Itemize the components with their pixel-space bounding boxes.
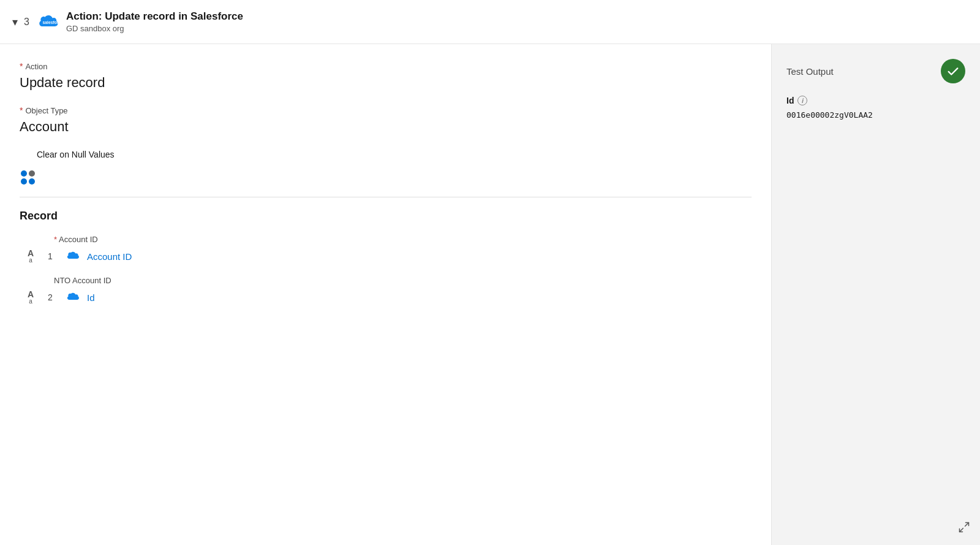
mapping-account-id-required: * <box>54 235 57 244</box>
salesforce-badge-icon-2 <box>65 292 81 303</box>
object-type-required-star: * <box>20 105 23 115</box>
action-label-text: Action <box>25 62 47 71</box>
header-title-block: Action: Update record in Salesforce GD s… <box>66 10 243 33</box>
svg-line-1 <box>965 523 969 527</box>
clear-null-label: Clear on Null Values <box>37 150 115 159</box>
toggle-dots-bottom-row <box>21 178 752 185</box>
action-required-star: * <box>20 61 23 71</box>
success-check-icon <box>941 59 965 83</box>
collapse-chevron[interactable]: ▾ <box>12 15 18 29</box>
type-icon-1-A: A <box>28 249 34 257</box>
mapping-account-id-label-text: Account ID <box>59 235 98 244</box>
output-id-field-label: Id i <box>786 96 965 105</box>
step-number: 3 <box>24 17 29 28</box>
svg-line-2 <box>960 528 963 532</box>
record-title: Record <box>20 210 752 223</box>
test-output-title: Test Output <box>786 66 834 77</box>
clear-null-row: Clear on Null Values <box>37 150 752 159</box>
section-divider <box>20 197 752 197</box>
object-type-label-text: Object Type <box>25 106 67 115</box>
action-section: * Action Update record <box>20 61 752 91</box>
toggle-dots-top-row <box>21 170 752 177</box>
right-panel: Test Output Id i 0016e00002zgV0LAA2 <box>772 44 980 545</box>
mapping-nto-account-id-label-text: NTO Account ID <box>54 276 111 285</box>
mapping-nto-account-id-row: A a 2 Id <box>20 290 752 305</box>
output-id-value: 0016e00002zgV0LAA2 <box>786 110 965 120</box>
dot-top-left <box>21 170 27 177</box>
salesforce-badge-icon-1 <box>65 251 81 262</box>
header: ▾ 3 salesforce Action: Update record in … <box>0 0 980 44</box>
type-icon-2-A: A <box>28 290 34 299</box>
record-section: Record * Account ID A a 1 <box>20 210 752 305</box>
mapping-account-id-link[interactable]: Account ID <box>87 251 132 262</box>
mapping-nto-account-id-label: NTO Account ID <box>54 276 752 285</box>
type-icon-2: A a <box>20 290 42 305</box>
main-layout: * Action Update record * Object Type Acc… <box>0 44 980 545</box>
type-icon-2-a: a <box>29 299 32 305</box>
action-label: * Action <box>20 61 752 71</box>
dot-bottom-left <box>21 178 27 185</box>
field-mapping-account-id: * Account ID A a 1 Account ID <box>20 235 752 264</box>
type-icon-1: A a <box>20 249 42 264</box>
dot-top-right <box>29 170 35 177</box>
svg-text:salesforce: salesforce <box>42 20 59 24</box>
mapping-step-2-num: 2 <box>48 292 59 302</box>
object-type-value: Account <box>20 119 752 135</box>
object-type-label: * Object Type <box>20 105 752 115</box>
output-id-label-text: Id <box>786 96 794 105</box>
mapping-nto-id-link[interactable]: Id <box>87 292 95 303</box>
field-mapping-nto-account-id: NTO Account ID A a 2 Id <box>20 276 752 305</box>
toggle-dots[interactable] <box>21 170 752 185</box>
left-panel: * Action Update record * Object Type Acc… <box>0 44 772 545</box>
mapping-account-id-row: A a 1 Account ID <box>20 249 752 264</box>
action-value: Update record <box>20 75 752 91</box>
salesforce-logo-icon: salesforce <box>36 10 59 34</box>
object-type-section: * Object Type Account <box>20 105 752 135</box>
header-subtitle: GD sandbox org <box>66 24 243 33</box>
info-icon[interactable]: i <box>797 96 807 105</box>
mapping-account-id-label: * Account ID <box>54 235 752 244</box>
dot-bottom-right <box>29 178 35 185</box>
test-output-header: Test Output <box>786 59 965 83</box>
header-title: Action: Update record in Salesforce <box>66 10 243 23</box>
type-icon-1-a: a <box>29 257 32 264</box>
mapping-step-1-num: 1 <box>48 251 59 261</box>
expand-icon[interactable] <box>958 521 970 535</box>
